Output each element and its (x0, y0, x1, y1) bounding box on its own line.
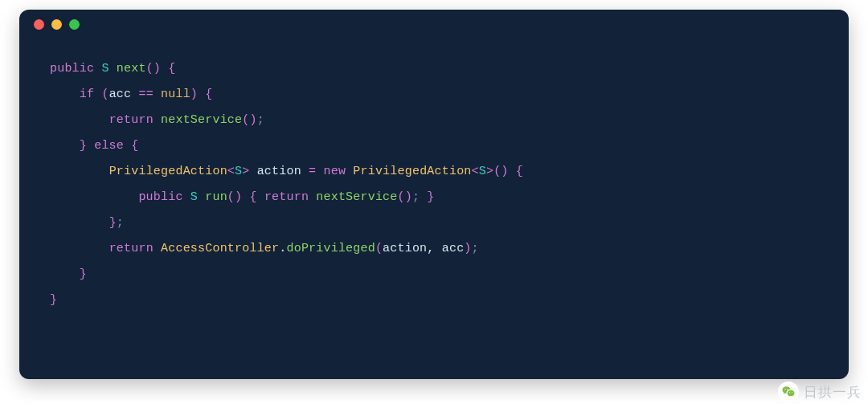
lparen: ( (375, 242, 383, 255)
keyword-return: return (109, 113, 154, 127)
semicolon: ; (257, 113, 264, 127)
semicolon: ; (117, 216, 124, 230)
fn-doPrivileged: doPrivileged (286, 242, 375, 255)
comma: , (427, 242, 434, 255)
code-card: public S next() { if (acc == null) { ret… (19, 10, 849, 379)
angle-open: < (472, 165, 479, 178)
type-S: S (190, 190, 198, 204)
keyword-return: return (264, 190, 309, 204)
type-S: S (235, 165, 242, 178)
page-container: public S next() { if (acc == null) { ret… (0, 0, 868, 404)
op-eq: == (138, 88, 153, 101)
var-action: action (257, 165, 301, 178)
fn-nextService: nextService (316, 190, 397, 204)
fn-next: next (117, 62, 146, 75)
brace-open: { (205, 88, 212, 101)
class-PrivilegedAction: PrivilegedAction (109, 165, 227, 178)
semicolon: ; (412, 190, 420, 204)
brace-close: } (427, 190, 434, 204)
watermark: 日拱一兵 (778, 382, 862, 402)
angle-open: < (227, 165, 235, 178)
angle-close: > (242, 165, 249, 178)
code-line: } (50, 267, 87, 281)
keyword-return: return (109, 242, 154, 255)
minimize-icon[interactable] (51, 19, 62, 30)
type-S: S (479, 165, 486, 178)
keyword-if: if (80, 88, 94, 101)
semicolon: ; (472, 242, 479, 255)
parens: () (493, 165, 508, 178)
keyword-else: else (94, 139, 124, 153)
lparen: ( (101, 88, 108, 101)
brace-close: } (80, 139, 87, 153)
fn-nextService: nextService (161, 113, 242, 127)
arg-action: action (383, 242, 427, 255)
null-literal: null (161, 88, 190, 101)
parens: () (242, 113, 256, 127)
maximize-icon[interactable] (69, 19, 80, 30)
brace-close: } (80, 267, 87, 281)
code-line: }; (50, 216, 124, 230)
op-assign: = (309, 165, 316, 178)
code-line: PrivilegedAction<S> action = new Privile… (50, 165, 523, 178)
brace-close: } (50, 293, 57, 307)
code-line: } (50, 293, 57, 307)
code-line: } else { (50, 139, 138, 153)
angle-close: > (486, 165, 493, 178)
code-block: public S next() { if (acc == null) { ret… (19, 39, 849, 329)
var-acc: acc (109, 88, 132, 101)
rparen: ) (464, 242, 471, 255)
class-PrivilegedAction: PrivilegedAction (353, 165, 471, 178)
class-AccessController: AccessController (161, 242, 279, 255)
code-line: return nextService(); (50, 113, 264, 127)
window-titlebar (19, 10, 849, 39)
type-S: S (101, 62, 108, 75)
parens: () (398, 190, 412, 204)
brace-close: } (109, 216, 117, 230)
keyword-new: new (324, 165, 346, 178)
brace-open: { (131, 139, 138, 153)
rparen: ) (190, 88, 198, 101)
code-line: public S run() { return nextService(); } (50, 190, 435, 204)
code-line: return AccessController.doPrivileged(act… (50, 242, 479, 255)
parens: () (227, 190, 242, 204)
arg-acc: acc (442, 242, 465, 255)
fn-run: run (205, 190, 227, 204)
keyword-public: public (138, 190, 182, 204)
brace-open: { (161, 62, 175, 75)
code-line: public S next() { (50, 62, 175, 75)
code-line: if (acc == null) { (50, 88, 212, 101)
brace-open: { (516, 165, 523, 178)
watermark-text: 日拱一兵 (804, 383, 862, 402)
parens: () (146, 62, 161, 75)
keyword-public: public (50, 62, 94, 75)
brace-open: { (249, 190, 256, 204)
close-icon[interactable] (34, 19, 44, 30)
wechat-icon (778, 382, 799, 402)
